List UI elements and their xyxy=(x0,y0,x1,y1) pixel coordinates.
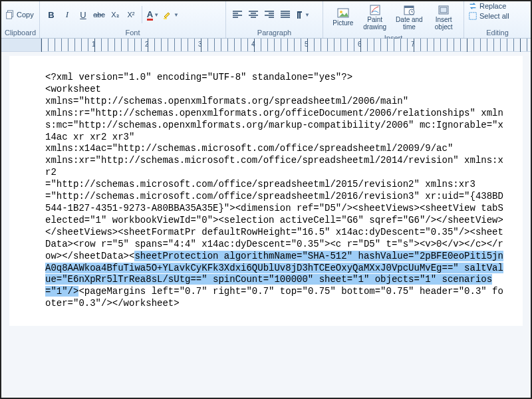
italic-button[interactable]: I xyxy=(60,7,74,22)
ruler-num: 2 xyxy=(145,41,149,48)
group-label-paragraph: Paragraph xyxy=(226,28,323,38)
ruler-num: 3 xyxy=(198,41,202,48)
svg-rect-1 xyxy=(7,13,12,19)
ruler-num: 6 xyxy=(358,41,362,48)
highlight-button[interactable]: ▼ xyxy=(162,7,180,22)
superscript-button[interactable]: X² xyxy=(124,7,138,22)
align-center-button[interactable] xyxy=(246,7,261,22)
copy-label: Copy xyxy=(17,11,34,19)
ruler-num: 5 xyxy=(305,41,309,48)
document-text[interactable]: <?xml version="1.0" encoding="UTF-8" sta… xyxy=(45,72,507,310)
ruler: 1 2 3 4 5 6 7 xyxy=(1,39,531,52)
paint-drawing-button[interactable]: Paint drawing xyxy=(359,3,391,32)
replace-button[interactable]: Replace xyxy=(468,1,506,11)
text-post: <pageMargins left="0.7" right="0.7" top=… xyxy=(45,286,503,309)
strikethrough-button[interactable]: abc xyxy=(92,7,106,22)
bold-button[interactable]: B xyxy=(44,7,59,22)
paint-label: Paint drawing xyxy=(360,17,390,31)
ruler-corner xyxy=(1,39,41,51)
paragraph-spacing-button[interactable]: ▼ xyxy=(294,7,311,22)
svg-rect-11 xyxy=(469,13,477,20)
date-time-button[interactable]: Date and time xyxy=(391,3,428,32)
ruler-num: 7 xyxy=(411,41,415,48)
svg-rect-10 xyxy=(440,7,447,13)
separator xyxy=(142,6,142,23)
ribbon: Copy Clipboard B I U abc X₂ X² A ▼ ▼ Fon… xyxy=(1,1,531,39)
group-clipboard: Copy Clipboard xyxy=(1,1,40,38)
replace-label: Replace xyxy=(479,2,506,10)
align-left-button[interactable] xyxy=(230,7,245,22)
ruler-num: 4 xyxy=(251,41,255,48)
align-justify-button[interactable] xyxy=(278,7,293,22)
ruler-num: 1 xyxy=(92,41,96,48)
align-right-button[interactable] xyxy=(262,7,277,22)
object-icon xyxy=(438,4,450,16)
group-label-font: Font xyxy=(40,28,225,38)
page-area: <?xml version="1.0" encoding="UTF-8" sta… xyxy=(1,52,531,398)
object-label: Insert object xyxy=(428,17,459,31)
align-justify-icon xyxy=(281,11,290,19)
subscript-button[interactable]: X₂ xyxy=(108,7,122,22)
page: <?xml version="1.0" encoding="UTF-8" sta… xyxy=(9,56,523,326)
group-editing: Replace Select all Editing xyxy=(464,1,531,38)
datetime-label: Date and time xyxy=(392,17,428,31)
text-pre: <?xml version="1.0" encoding="UTF-8" sta… xyxy=(45,72,503,261)
picture-button[interactable]: Picture xyxy=(327,3,359,32)
svg-rect-2 xyxy=(164,18,167,19)
paint-icon xyxy=(369,4,381,16)
picture-label: Picture xyxy=(332,20,353,27)
underline-button[interactable]: U xyxy=(76,7,90,22)
group-label-clipboard: Clipboard xyxy=(1,28,39,38)
picture-icon xyxy=(337,7,349,19)
paragraph-icon xyxy=(295,10,304,19)
group-paragraph: ▼ Paragraph xyxy=(226,1,323,38)
svg-rect-7 xyxy=(404,6,414,8)
group-insert: Picture Paint drawing Date and time Inse… xyxy=(323,1,464,38)
svg-point-4 xyxy=(340,11,342,13)
insert-object-button[interactable]: Insert object xyxy=(428,3,460,32)
select-all-icon xyxy=(468,11,477,21)
group-font: B I U abc X₂ X² A ▼ ▼ Font xyxy=(40,1,226,38)
calendar-icon xyxy=(403,4,415,16)
copy-button[interactable]: Copy xyxy=(5,10,34,19)
copy-icon xyxy=(5,10,15,19)
ruler-ticks: 1 2 3 4 5 6 7 xyxy=(41,39,531,51)
align-center-icon xyxy=(249,11,258,19)
group-label-editing: Editing xyxy=(464,28,531,38)
font-color-button[interactable]: A ▼ xyxy=(146,7,160,22)
select-all-button[interactable]: Select all xyxy=(468,11,509,21)
highlighter-icon xyxy=(162,9,173,20)
align-right-icon xyxy=(265,11,274,19)
select-all-label: Select all xyxy=(479,12,509,20)
align-left-icon xyxy=(233,11,242,19)
replace-icon xyxy=(468,1,477,11)
